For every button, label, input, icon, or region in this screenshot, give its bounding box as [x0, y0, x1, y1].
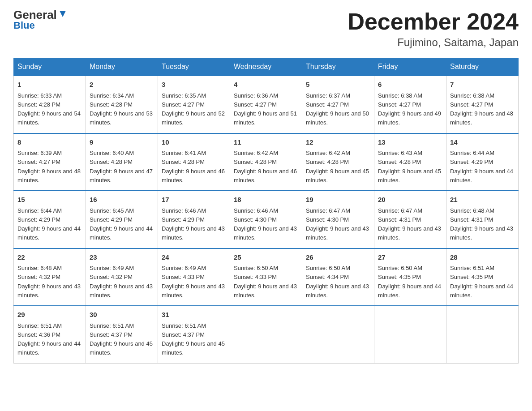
- calendar-cell-w5-d7: [446, 306, 519, 363]
- logo: General Blue: [13, 9, 68, 30]
- day-number: 17: [162, 195, 226, 205]
- day-info: Sunrise: 6:44 AMSunset: 4:29 PMDaylight:…: [17, 207, 81, 241]
- header-monday: Monday: [86, 58, 158, 76]
- day-number: 15: [17, 195, 82, 205]
- header-sunday: Sunday: [14, 58, 86, 76]
- logo-general-text: General: [13, 9, 57, 21]
- calendar-cell-w2-d3: 10 Sunrise: 6:41 AMSunset: 4:28 PMDaylig…: [158, 133, 230, 191]
- logo-blue-text: Blue: [13, 21, 35, 30]
- calendar-cell-w3-d3: 17 Sunrise: 6:46 AMSunset: 4:29 PMDaylig…: [158, 191, 230, 248]
- calendar-cell-w5-d3: 31 Sunrise: 6:51 AMSunset: 4:37 PMDaylig…: [158, 306, 230, 363]
- day-number: 4: [234, 80, 298, 90]
- day-number: 11: [234, 137, 298, 148]
- day-number: 21: [450, 195, 515, 205]
- day-info: Sunrise: 6:45 AMSunset: 4:29 PMDaylight:…: [90, 207, 153, 241]
- calendar-cell-w5-d4: [230, 306, 302, 363]
- calendar-cell-w1-d5: 5 Sunrise: 6:37 AMSunset: 4:27 PMDayligh…: [302, 76, 374, 133]
- day-info: Sunrise: 6:48 AMSunset: 4:32 PMDaylight:…: [17, 265, 81, 299]
- day-number: 14: [450, 137, 515, 148]
- header-saturday: Saturday: [446, 58, 519, 76]
- svg-marker-0: [60, 11, 66, 17]
- day-info: Sunrise: 6:50 AMSunset: 4:33 PMDaylight:…: [234, 265, 297, 299]
- calendar-cell-w3-d6: 20 Sunrise: 6:47 AMSunset: 4:31 PMDaylig…: [374, 191, 446, 248]
- day-info: Sunrise: 6:50 AMSunset: 4:35 PMDaylight:…: [378, 265, 441, 299]
- calendar-cell-w1-d2: 2 Sunrise: 6:34 AMSunset: 4:28 PMDayligh…: [86, 76, 158, 133]
- calendar-table: Sunday Monday Tuesday Wednesday Thursday…: [13, 58, 519, 364]
- day-number: 19: [306, 195, 370, 205]
- day-info: Sunrise: 6:38 AMSunset: 4:27 PMDaylight:…: [378, 92, 441, 126]
- calendar-cell-w4-d3: 24 Sunrise: 6:49 AMSunset: 4:33 PMDaylig…: [158, 248, 230, 306]
- calendar-cell-w2-d1: 8 Sunrise: 6:39 AMSunset: 4:27 PMDayligh…: [14, 133, 86, 191]
- day-info: Sunrise: 6:41 AMSunset: 4:28 PMDaylight:…: [162, 150, 225, 184]
- day-info: Sunrise: 6:42 AMSunset: 4:28 PMDaylight:…: [306, 150, 369, 184]
- day-info: Sunrise: 6:43 AMSunset: 4:28 PMDaylight:…: [378, 150, 441, 184]
- day-number: 8: [17, 137, 82, 148]
- day-info: Sunrise: 6:40 AMSunset: 4:28 PMDaylight:…: [90, 150, 153, 184]
- day-info: Sunrise: 6:48 AMSunset: 4:31 PMDaylight:…: [450, 207, 513, 241]
- day-info: Sunrise: 6:46 AMSunset: 4:30 PMDaylight:…: [234, 207, 297, 241]
- day-number: 3: [162, 80, 226, 90]
- day-info: Sunrise: 6:49 AMSunset: 4:33 PMDaylight:…: [162, 265, 225, 299]
- calendar-cell-w4-d1: 22 Sunrise: 6:48 AMSunset: 4:32 PMDaylig…: [14, 248, 86, 306]
- day-number: 2: [90, 80, 154, 90]
- day-number: 6: [378, 80, 442, 90]
- day-number: 31: [162, 310, 226, 320]
- day-info: Sunrise: 6:42 AMSunset: 4:28 PMDaylight:…: [234, 150, 297, 184]
- calendar-week-1: 1 Sunrise: 6:33 AMSunset: 4:28 PMDayligh…: [14, 76, 519, 133]
- day-info: Sunrise: 6:39 AMSunset: 4:27 PMDaylight:…: [17, 150, 81, 184]
- calendar-cell-w4-d2: 23 Sunrise: 6:49 AMSunset: 4:32 PMDaylig…: [86, 248, 158, 306]
- calendar-cell-w1-d1: 1 Sunrise: 6:33 AMSunset: 4:28 PMDayligh…: [14, 76, 86, 133]
- calendar-cell-w2-d4: 11 Sunrise: 6:42 AMSunset: 4:28 PMDaylig…: [230, 133, 302, 191]
- calendar-subtitle: Fujimino, Saitama, Japan: [348, 36, 519, 49]
- title-block: December 2024 Fujimino, Saitama, Japan: [348, 9, 519, 49]
- day-number: 22: [17, 253, 82, 263]
- header-friday: Friday: [374, 58, 446, 76]
- day-info: Sunrise: 6:36 AMSunset: 4:27 PMDaylight:…: [234, 92, 297, 126]
- day-info: Sunrise: 6:38 AMSunset: 4:27 PMDaylight:…: [450, 92, 513, 126]
- calendar-cell-w4-d7: 28 Sunrise: 6:51 AMSunset: 4:35 PMDaylig…: [446, 248, 519, 306]
- calendar-cell-w3-d2: 16 Sunrise: 6:45 AMSunset: 4:29 PMDaylig…: [86, 191, 158, 248]
- header-thursday: Thursday: [302, 58, 374, 76]
- day-number: 23: [90, 253, 154, 263]
- calendar-cell-w1-d7: 7 Sunrise: 6:38 AMSunset: 4:27 PMDayligh…: [446, 76, 519, 133]
- calendar-header-row: Sunday Monday Tuesday Wednesday Thursday…: [14, 58, 519, 76]
- calendar-cell-w2-d7: 14 Sunrise: 6:44 AMSunset: 4:29 PMDaylig…: [446, 133, 519, 191]
- calendar-cell-w4-d5: 26 Sunrise: 6:50 AMSunset: 4:34 PMDaylig…: [302, 248, 374, 306]
- day-info: Sunrise: 6:49 AMSunset: 4:32 PMDaylight:…: [90, 265, 153, 299]
- calendar-week-4: 22 Sunrise: 6:48 AMSunset: 4:32 PMDaylig…: [14, 248, 519, 306]
- logo-triangle-icon: [58, 9, 68, 19]
- day-number: 29: [17, 310, 82, 320]
- day-info: Sunrise: 6:37 AMSunset: 4:27 PMDaylight:…: [306, 92, 369, 126]
- calendar-cell-w5-d1: 29 Sunrise: 6:51 AMSunset: 4:36 PMDaylig…: [14, 306, 86, 363]
- day-number: 7: [450, 80, 515, 90]
- calendar-cell-w2-d2: 9 Sunrise: 6:40 AMSunset: 4:28 PMDayligh…: [86, 133, 158, 191]
- calendar-cell-w1-d6: 6 Sunrise: 6:38 AMSunset: 4:27 PMDayligh…: [374, 76, 446, 133]
- day-info: Sunrise: 6:44 AMSunset: 4:29 PMDaylight:…: [450, 150, 513, 184]
- calendar-cell-w3-d7: 21 Sunrise: 6:48 AMSunset: 4:31 PMDaylig…: [446, 191, 519, 248]
- day-number: 27: [378, 253, 442, 263]
- day-info: Sunrise: 6:35 AMSunset: 4:27 PMDaylight:…: [162, 92, 225, 126]
- calendar-cell-w1-d3: 3 Sunrise: 6:35 AMSunset: 4:27 PMDayligh…: [158, 76, 230, 133]
- day-info: Sunrise: 6:47 AMSunset: 4:31 PMDaylight:…: [378, 207, 441, 241]
- calendar-cell-w5-d2: 30 Sunrise: 6:51 AMSunset: 4:37 PMDaylig…: [86, 306, 158, 363]
- header-tuesday: Tuesday: [158, 58, 230, 76]
- day-number: 13: [378, 137, 442, 148]
- day-info: Sunrise: 6:51 AMSunset: 4:36 PMDaylight:…: [17, 322, 81, 356]
- calendar-cell-w2-d6: 13 Sunrise: 6:43 AMSunset: 4:28 PMDaylig…: [374, 133, 446, 191]
- day-number: 1: [17, 80, 82, 90]
- calendar-cell-w3-d4: 18 Sunrise: 6:46 AMSunset: 4:30 PMDaylig…: [230, 191, 302, 248]
- day-number: 26: [306, 253, 370, 263]
- calendar-cell-w4-d6: 27 Sunrise: 6:50 AMSunset: 4:35 PMDaylig…: [374, 248, 446, 306]
- header-wednesday: Wednesday: [230, 58, 302, 76]
- day-info: Sunrise: 6:33 AMSunset: 4:28 PMDaylight:…: [17, 92, 81, 126]
- day-number: 28: [450, 253, 515, 263]
- day-info: Sunrise: 6:50 AMSunset: 4:34 PMDaylight:…: [306, 265, 369, 299]
- day-info: Sunrise: 6:46 AMSunset: 4:29 PMDaylight:…: [162, 207, 225, 241]
- calendar-cell-w2-d5: 12 Sunrise: 6:42 AMSunset: 4:28 PMDaylig…: [302, 133, 374, 191]
- calendar-cell-w3-d5: 19 Sunrise: 6:47 AMSunset: 4:30 PMDaylig…: [302, 191, 374, 248]
- day-number: 9: [90, 137, 154, 148]
- calendar-cell-w3-d1: 15 Sunrise: 6:44 AMSunset: 4:29 PMDaylig…: [14, 191, 86, 248]
- day-number: 12: [306, 137, 370, 148]
- page-header: General Blue December 2024 Fujimino, Sai…: [13, 9, 519, 49]
- day-number: 18: [234, 195, 298, 205]
